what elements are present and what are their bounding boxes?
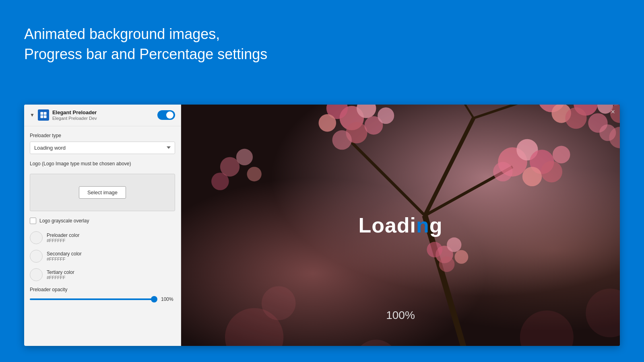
- main-content: ▼ Elegant Preloader Elegant Preloader De…: [24, 105, 620, 346]
- svg-point-51: [586, 288, 620, 337]
- preloader-color-info: Preloader color #FFFFFF: [47, 232, 79, 243]
- opacity-slider-row: 100%: [30, 296, 175, 302]
- tertiary-color-hex: #FFFFFF: [47, 275, 74, 280]
- svg-point-29: [332, 130, 351, 150]
- svg-line-6: [352, 142, 425, 216]
- opacity-track: [30, 298, 157, 300]
- collapse-arrow-icon[interactable]: ▼: [30, 112, 35, 118]
- svg-line-8: [474, 105, 547, 118]
- svg-point-50: [262, 286, 296, 320]
- svg-point-45: [439, 257, 455, 272]
- loading-cursor-char: n: [416, 214, 429, 237]
- preloader-type-label: Preloader type: [30, 133, 175, 138]
- svg-point-38: [236, 149, 253, 165]
- preloader-type-select[interactable]: Loading word: [30, 142, 175, 154]
- plugin-title: Elegant Preloader: [52, 109, 154, 116]
- svg-point-44: [454, 250, 468, 264]
- panel-body: Preloader type Loading word Logo (Logo I…: [24, 126, 181, 346]
- svg-rect-0: [40, 112, 43, 115]
- svg-rect-1: [44, 112, 47, 115]
- tertiary-color-row: Tertiary color #FFFFFF: [30, 268, 175, 281]
- left-panel: ▼ Elegant Preloader Elegant Preloader De…: [24, 105, 181, 346]
- svg-point-48: [520, 311, 574, 346]
- svg-rect-3: [44, 115, 47, 118]
- select-image-button[interactable]: Select image: [79, 186, 126, 199]
- secondary-color-info: Secondary color #FFFFFF: [47, 251, 82, 261]
- header-line2: Progress bar and Percentage settings: [24, 44, 267, 64]
- image-selector-box: Select image: [30, 174, 175, 211]
- plugin-logo-icon: [38, 109, 49, 121]
- svg-point-43: [427, 242, 442, 257]
- plugin-subtitle: Elegant Preloader Dev: [52, 116, 154, 121]
- percentage-display: 100%: [386, 309, 415, 322]
- svg-point-28: [378, 107, 394, 124]
- preloader-color-circle[interactable]: [30, 231, 43, 244]
- plugin-logo-svg: [40, 111, 47, 119]
- loading-text-display: Loading: [358, 213, 442, 237]
- tertiary-color-info: Tertiary color #FFFFFF: [47, 269, 74, 280]
- svg-point-15: [565, 107, 586, 129]
- preloader-color-hex: #FFFFFF: [47, 238, 79, 243]
- secondary-color-circle[interactable]: [30, 250, 43, 263]
- plugin-header: ▼ Elegant Preloader Elegant Preloader De…: [24, 105, 181, 126]
- preloader-color-row: Preloader color #FFFFFF: [30, 231, 175, 244]
- svg-line-9: [449, 105, 474, 118]
- preview-panel: Loading 100% ×: [181, 105, 620, 346]
- svg-point-33: [522, 167, 542, 186]
- grayscale-checkbox[interactable]: [30, 218, 36, 224]
- grayscale-label: Logo grayscale overlay: [39, 218, 89, 224]
- svg-point-47: [354, 340, 398, 346]
- loading-text-before: Loadi: [358, 214, 416, 237]
- svg-point-36: [493, 162, 512, 181]
- plugin-title-block: Elegant Preloader Elegant Preloader Dev: [52, 109, 154, 121]
- svg-point-34: [541, 161, 562, 182]
- svg-point-35: [553, 146, 570, 164]
- logo-label: Logo (Logo Image type must be chosen abo…: [30, 160, 175, 167]
- toggle-slider: [157, 110, 175, 120]
- plugin-toggle[interactable]: [157, 110, 175, 120]
- secondary-color-row: Secondary color #FFFFFF: [30, 250, 175, 263]
- svg-point-39: [211, 173, 229, 190]
- opacity-label: Preloader opacity: [30, 287, 175, 292]
- preloader-color-name: Preloader color: [47, 232, 79, 238]
- svg-point-40: [247, 167, 262, 181]
- tertiary-color-circle[interactable]: [30, 268, 43, 281]
- svg-point-25: [319, 114, 336, 132]
- tertiary-color-name: Tertiary color: [47, 269, 74, 275]
- secondary-color-name: Secondary color: [47, 251, 82, 257]
- opacity-thumb[interactable]: [151, 296, 157, 302]
- svg-rect-2: [40, 115, 43, 118]
- opacity-value: 100%: [161, 296, 175, 302]
- secondary-color-hex: #FFFFFF: [47, 257, 82, 261]
- loading-text-after: g: [429, 214, 443, 237]
- header-block: Animated background images, Progress bar…: [24, 24, 267, 65]
- close-button[interactable]: ×: [611, 108, 615, 116]
- header-line1: Animated background images,: [24, 24, 267, 44]
- grayscale-row: Logo grayscale overlay: [30, 218, 175, 224]
- svg-point-42: [447, 237, 461, 252]
